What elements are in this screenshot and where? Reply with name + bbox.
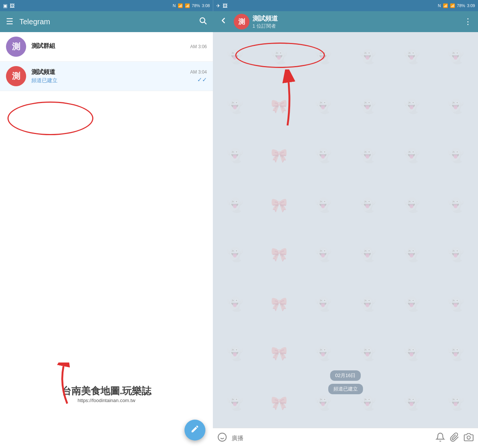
svg-point-4 [218, 433, 226, 441]
right-toolbar: 測 測試頻道 1 位訂閱者 ⋮ [213, 11, 478, 32]
left-panel: ☰ Telegram 測 測試群組 AM 3: [0, 11, 213, 448]
status-bar-left: ▣ 🖼 N 📶 📶 78% 3:08 [0, 0, 213, 11]
more-button[interactable]: ⋮ [461, 14, 475, 29]
chat-list: 測 測試群組 AM 3:06 測 測試頻道 頻道已建立 [0, 32, 213, 448]
panels: ☰ Telegram 測 測試群組 AM 3: [0, 11, 478, 448]
channel-created-badge: 頻道已建立 [328, 384, 363, 394]
right-panel: 測 測試頻道 1 位訂閱者 ⋮ 👻 👻 👻 👻 👻 👻 👻 🎀 👻 [213, 11, 478, 448]
camera-button[interactable] [464, 432, 474, 444]
status-icons-left: N 📶 📶 78% 3:08 [173, 3, 210, 8]
app-title: Telegram [19, 18, 193, 26]
chat-preview-channel: 頻道已建立 [31, 77, 187, 84]
chat-time-channel: AM 3:04 [190, 69, 207, 75]
time-left: 3:08 [202, 3, 210, 8]
channel-avatar: 測 [234, 14, 249, 29]
app-icon-left: ▣ [3, 3, 7, 9]
wifi-icon-left: 📶 [178, 3, 183, 8]
photo-icon-right: 🖼 [223, 3, 227, 9]
date-badge: 02月16日 [330, 370, 361, 381]
nfc-icon-right: N [438, 3, 441, 8]
read-check-channel: ✓✓ [197, 76, 207, 83]
chat-item-channel[interactable]: 測 測試頻道 頻道已建立 AM 3:04 ✓✓ [0, 62, 213, 91]
search-icon[interactable] [199, 16, 207, 27]
back-button[interactable] [216, 13, 231, 30]
chat-meta-channel: AM 3:04 ✓✓ [190, 69, 207, 83]
status-icons-right: N 📶 📶 78% 3:09 [438, 3, 475, 8]
time-right: 3:09 [467, 3, 475, 8]
compose-icon [190, 424, 199, 436]
avatar-group: 測 [6, 37, 26, 57]
bottom-bar [213, 428, 478, 448]
date-badge-container: 02月16日 頻道已建立 [213, 370, 478, 394]
chat-background [213, 32, 478, 428]
chat-name-channel: 測試頻道 [31, 68, 187, 76]
chat-item-group[interactable]: 測 測試群組 AM 3:06 [0, 32, 213, 62]
svg-line-1 [204, 22, 206, 24]
svg-point-7 [467, 436, 471, 439]
channel-info: 測試頻道 1 位訂閱者 [252, 14, 458, 29]
menu-icon[interactable]: ☰ [6, 17, 13, 27]
telegram-icon-right: ✈ [216, 3, 220, 9]
signal-icon-right: 📶 [450, 3, 455, 8]
nfc-icon-left: N [173, 3, 176, 8]
battery-left: 78% [192, 3, 200, 8]
chat-meta-group: AM 3:06 [190, 44, 207, 49]
notify-button[interactable] [435, 432, 445, 444]
message-input[interactable] [232, 435, 431, 442]
status-bar-container: ▣ 🖼 N 📶 📶 78% 3:08 ✈ 🖼 N 📶 📶 78% 3:09 [0, 0, 478, 11]
avatar-channel: 測 [6, 66, 26, 86]
channel-name: 測試頻道 [252, 14, 458, 23]
chat-name-group: 測試群組 [31, 42, 187, 50]
battery-right: 78% [457, 3, 465, 8]
status-bar-right: ✈ 🖼 N 📶 📶 78% 3:09 [213, 0, 478, 11]
chat-info-channel: 測試頻道 頻道已建立 [31, 68, 187, 84]
signal-icon-left: 📶 [185, 3, 190, 8]
left-toolbar: ☰ Telegram [0, 11, 213, 32]
chat-area: 👻 👻 👻 👻 👻 👻 👻 🎀 👻 👻 👻 👻 👻 🎀 👻 👻 👻 👻 👻 [213, 32, 478, 428]
wifi-icon-right: 📶 [443, 3, 448, 8]
chat-time-group: AM 3:06 [190, 44, 207, 49]
photo-icon-left: 🖼 [10, 3, 15, 9]
emoji-button[interactable] [217, 432, 227, 444]
chat-info-group: 測試群組 [31, 42, 187, 51]
compose-fab[interactable] [184, 420, 205, 441]
attach-button[interactable] [450, 432, 459, 444]
channel-subscribers: 1 位訂閱者 [252, 23, 458, 29]
